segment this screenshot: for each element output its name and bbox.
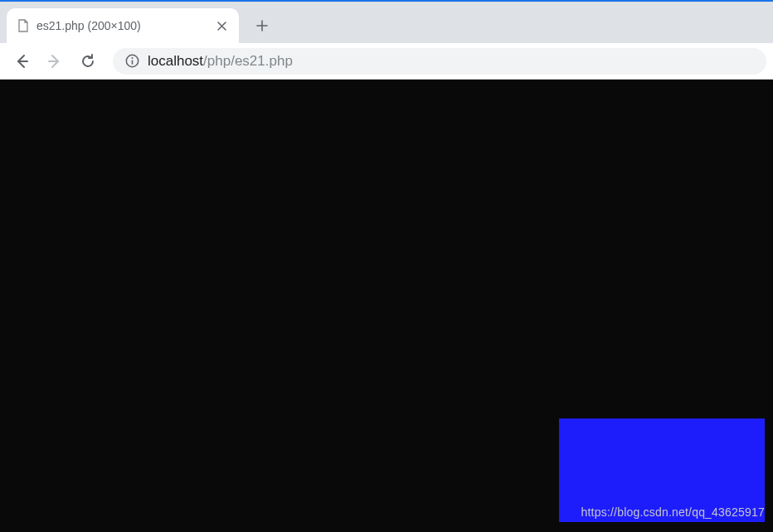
address-bar[interactable]: localhost/php/es21.php [113, 48, 766, 75]
browser-tab[interactable]: es21.php (200×100) [7, 8, 239, 43]
forward-button[interactable] [40, 46, 70, 76]
url-host: localhost [148, 53, 203, 70]
new-tab-button[interactable] [249, 12, 275, 39]
tab-strip: es21.php (200×100) [0, 2, 773, 43]
watermark-text: https://blog.csdn.net/qq_43625917 [581, 505, 765, 519]
page-icon [17, 19, 30, 32]
page-content: https://blog.csdn.net/qq_43625917 [0, 80, 773, 532]
svg-point-1 [131, 57, 133, 59]
tab-title: es21.php (200×100) [36, 19, 211, 32]
back-button[interactable] [7, 46, 36, 76]
url-text: localhost/php/es21.php [148, 53, 293, 70]
close-tab-icon[interactable] [214, 18, 229, 33]
url-path: /php/es21.php [203, 53, 293, 70]
site-info-icon[interactable] [124, 54, 139, 69]
reload-button[interactable] [73, 46, 103, 76]
toolbar: localhost/php/es21.php [0, 43, 773, 80]
svg-rect-2 [131, 60, 133, 65]
